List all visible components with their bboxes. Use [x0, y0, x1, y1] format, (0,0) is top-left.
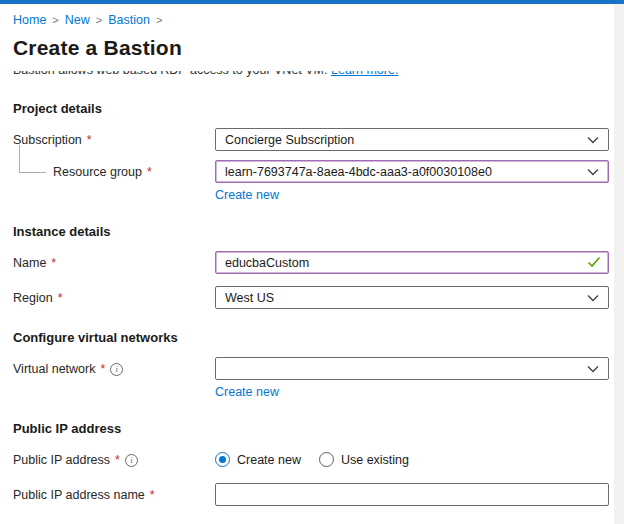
- resource-group-dropdown[interactable]: learn-7693747a-8aea-4bdc-aaa3-a0f0030108…: [215, 160, 609, 183]
- vertical-scrollbar[interactable]: [614, 4, 624, 524]
- section-heading-instance-details: Instance details: [13, 224, 614, 239]
- region-label: Region: [13, 291, 53, 305]
- name-row: Name *: [13, 251, 614, 274]
- required-marker: *: [100, 362, 105, 376]
- chevron-down-icon: [587, 365, 599, 373]
- resource-group-create-new-link[interactable]: Create new: [215, 188, 279, 202]
- public-ip-name-row: Public IP address name *: [13, 483, 614, 506]
- page-title: Create a Bastion: [13, 36, 614, 60]
- radio-use-existing[interactable]: Use existing: [319, 452, 409, 467]
- section-heading-virtual-networks: Configure virtual networks: [13, 330, 614, 345]
- required-marker: *: [51, 256, 56, 270]
- section-heading-project-details: Project details: [13, 101, 614, 116]
- virtual-network-row: Virtual network * i Create new: [13, 357, 614, 400]
- breadcrumb-home[interactable]: Home: [13, 13, 46, 27]
- radio-button-icon: [215, 452, 230, 467]
- description-text: Bastion allows web based RDP access to y…: [13, 71, 328, 77]
- virtual-network-label: Virtual network: [13, 362, 95, 376]
- breadcrumb-separator-icon: >: [52, 14, 58, 26]
- breadcrumb: Home > New > Bastion >: [0, 4, 614, 27]
- subscription-value: Concierge Subscription: [225, 133, 354, 147]
- breadcrumb-separator-icon: >: [96, 14, 102, 26]
- public-ip-address-row: Public IP address * i Create new Use exi…: [13, 448, 614, 467]
- name-input[interactable]: [215, 251, 609, 274]
- learn-more-link[interactable]: Learn more.: [331, 71, 398, 77]
- radio-use-existing-label: Use existing: [341, 453, 409, 467]
- info-icon[interactable]: i: [110, 363, 123, 376]
- resource-group-row: Resource group * learn-7693747a-8aea-4bd…: [13, 160, 614, 203]
- info-icon[interactable]: i: [125, 454, 138, 467]
- breadcrumb-new[interactable]: New: [65, 13, 90, 27]
- description-clipped-region: Bastion allows web based RDP access to y…: [13, 71, 573, 80]
- create-bastion-panel: Home > New > Bastion > Create a Bastion …: [0, 4, 614, 524]
- radio-create-new[interactable]: Create new: [215, 452, 301, 467]
- resource-group-value: learn-7693747a-8aea-4bdc-aaa3-a0f0030108…: [225, 165, 492, 179]
- portal-top-accent-bar: [0, 0, 624, 4]
- virtual-network-dropdown[interactable]: [215, 357, 609, 380]
- required-marker: *: [150, 488, 155, 502]
- subscription-row: Subscription * Concierge Subscription: [13, 128, 614, 151]
- region-dropdown[interactable]: West US: [215, 286, 609, 309]
- breadcrumb-separator-icon: >: [156, 14, 162, 26]
- public-ip-address-label: Public IP address: [13, 453, 110, 467]
- chevron-down-icon: [587, 168, 599, 176]
- public-ip-radio-group: Create new Use existing: [215, 448, 609, 467]
- chevron-down-icon: [587, 136, 599, 144]
- public-ip-name-label: Public IP address name: [13, 488, 145, 502]
- chevron-down-icon: [587, 294, 599, 302]
- section-heading-public-ip: Public IP address: [13, 421, 614, 436]
- region-row: Region * West US: [13, 286, 614, 309]
- radio-create-new-label: Create new: [237, 453, 301, 467]
- breadcrumb-bastion[interactable]: Bastion: [108, 13, 150, 27]
- region-value: West US: [225, 291, 274, 305]
- valid-check-icon: [587, 256, 601, 268]
- hierarchy-connector-line: [19, 145, 46, 173]
- radio-button-icon: [319, 452, 334, 467]
- public-ip-name-input[interactable]: [215, 483, 609, 506]
- subscription-dropdown[interactable]: Concierge Subscription: [215, 128, 609, 151]
- name-label: Name: [13, 256, 46, 270]
- virtual-network-create-new-link[interactable]: Create new: [215, 385, 279, 399]
- required-marker: *: [115, 453, 120, 467]
- resource-group-label: Resource group: [53, 165, 142, 179]
- required-marker: *: [87, 133, 92, 147]
- required-marker: *: [58, 291, 63, 305]
- required-marker: *: [147, 165, 152, 179]
